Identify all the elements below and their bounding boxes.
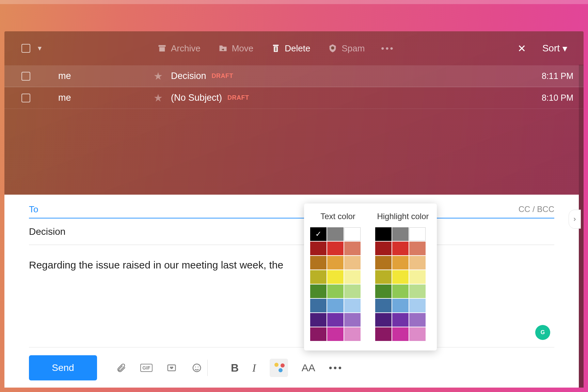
move-label: Move <box>232 43 254 54</box>
svg-point-6 <box>331 46 334 49</box>
svg-rect-0 <box>159 45 166 47</box>
subject-field[interactable]: Decision <box>29 218 554 245</box>
color-swatch[interactable] <box>327 299 344 312</box>
cc-bcc-toggle[interactable]: CC / BCC <box>519 205 554 214</box>
message-row[interactable]: me★(No Subject)DRAFT8:10 PM <box>4 87 584 109</box>
color-swatch[interactable] <box>310 327 327 341</box>
color-swatch[interactable] <box>310 256 327 270</box>
color-swatch[interactable] <box>310 313 327 327</box>
color-swatch[interactable] <box>327 327 344 341</box>
color-swatch[interactable] <box>409 256 426 270</box>
sort-button[interactable]: Sort ▾ <box>542 43 567 54</box>
color-swatch[interactable] <box>409 327 426 341</box>
archive-label: Archive <box>171 43 201 54</box>
sender: me <box>58 71 154 81</box>
color-swatch[interactable] <box>409 284 426 298</box>
color-swatch[interactable] <box>344 242 361 255</box>
color-swatch[interactable] <box>392 242 409 255</box>
color-swatch[interactable] <box>327 256 344 270</box>
compose-body[interactable]: Regarding the issue raised in our meetin… <box>29 245 554 271</box>
color-swatch[interactable] <box>409 242 426 255</box>
timestamp: 8:10 PM <box>542 93 584 103</box>
emoji-button[interactable] <box>191 362 203 374</box>
star-icon[interactable]: ★ <box>154 92 163 104</box>
move-button[interactable]: Move <box>218 43 254 54</box>
color-swatch[interactable] <box>375 313 392 327</box>
svg-point-9 <box>195 366 196 368</box>
color-swatch[interactable]: ✓ <box>310 227 327 241</box>
row-checkbox[interactable] <box>21 94 30 102</box>
color-swatch[interactable] <box>392 299 409 312</box>
svg-point-8 <box>193 364 201 372</box>
color-swatch[interactable] <box>392 270 409 284</box>
color-swatch[interactable] <box>344 270 361 284</box>
color-swatch[interactable] <box>310 242 327 255</box>
color-swatch[interactable] <box>392 256 409 270</box>
color-swatch[interactable] <box>392 327 409 341</box>
expand-compose-button[interactable]: › <box>569 210 581 229</box>
color-swatch[interactable] <box>344 313 361 327</box>
color-swatch[interactable] <box>344 284 361 298</box>
attach-button[interactable] <box>115 362 127 374</box>
color-swatch[interactable] <box>375 327 392 341</box>
body-text: Regarding the issue raised in our meetin… <box>29 259 283 271</box>
sort-label: Sort <box>542 43 560 54</box>
send-label: Send <box>52 362 74 373</box>
color-swatch[interactable] <box>375 227 392 241</box>
send-button[interactable]: Send <box>29 355 97 380</box>
color-swatch[interactable] <box>392 313 409 327</box>
italic-button[interactable]: I <box>252 362 256 374</box>
color-swatch[interactable] <box>344 299 361 312</box>
message-row[interactable]: me★DecisionDRAFT8:11 PM <box>4 65 584 87</box>
color-swatch[interactable] <box>409 313 426 327</box>
archive-button[interactable]: Archive <box>157 43 201 54</box>
svg-rect-1 <box>159 47 165 52</box>
to-field-row[interactable]: To CC / BCC <box>29 201 554 218</box>
color-swatch[interactable] <box>327 313 344 327</box>
color-swatch[interactable] <box>375 299 392 312</box>
color-swatch[interactable] <box>327 284 344 298</box>
font-size-button[interactable]: AA <box>302 362 315 374</box>
color-swatch[interactable] <box>375 284 392 298</box>
color-swatch[interactable] <box>310 299 327 312</box>
select-all-checkbox[interactable] <box>21 44 30 53</box>
emoji-icon <box>192 363 202 373</box>
close-toolbar-icon[interactable]: ✕ <box>518 43 526 54</box>
svg-rect-4 <box>275 47 276 51</box>
more-actions-button[interactable]: ••• <box>381 43 394 54</box>
color-swatch[interactable] <box>327 270 344 284</box>
color-swatch[interactable] <box>344 256 361 270</box>
color-swatch[interactable] <box>327 242 344 255</box>
color-swatch[interactable] <box>409 299 426 312</box>
color-swatch[interactable] <box>392 284 409 298</box>
color-swatch[interactable] <box>409 227 426 241</box>
mail-toolbar: ▾ Archive Move Delete Spam ••• ✕ S <box>4 31 584 65</box>
color-swatch[interactable] <box>375 256 392 270</box>
color-swatch[interactable] <box>310 284 327 298</box>
color-swatch[interactable] <box>392 227 409 241</box>
color-picker-popover: Text color ✓ Highlight color <box>304 203 437 350</box>
color-swatch[interactable] <box>344 227 361 241</box>
color-swatch[interactable] <box>375 242 392 255</box>
compose-panel: To CC / BCC Decision Regarding the issue… <box>4 195 579 388</box>
stationery-button[interactable] <box>166 362 177 374</box>
toolbar-actions: Archive Move Delete Spam <box>157 43 365 54</box>
gif-button[interactable]: GIF <box>141 362 152 374</box>
delete-button[interactable]: Delete <box>271 43 310 54</box>
row-checkbox[interactable] <box>21 72 30 81</box>
color-swatch[interactable] <box>409 270 426 284</box>
color-swatch[interactable] <box>344 327 361 341</box>
more-format-button[interactable]: ••• <box>329 362 343 373</box>
grammarly-badge[interactable]: G <box>535 325 550 340</box>
select-menu-chevron-icon[interactable]: ▾ <box>38 44 42 53</box>
highlight-color-title: Highlight color <box>375 212 431 221</box>
text-color-button[interactable] <box>270 359 288 377</box>
sender: me <box>58 93 154 103</box>
bold-button[interactable]: B <box>231 362 239 374</box>
color-swatch[interactable] <box>327 227 344 241</box>
browser-top-strip <box>0 0 588 4</box>
color-swatch[interactable] <box>310 270 327 284</box>
color-swatch[interactable] <box>375 270 392 284</box>
spam-button[interactable]: Spam <box>328 43 365 54</box>
star-icon[interactable]: ★ <box>154 70 163 82</box>
